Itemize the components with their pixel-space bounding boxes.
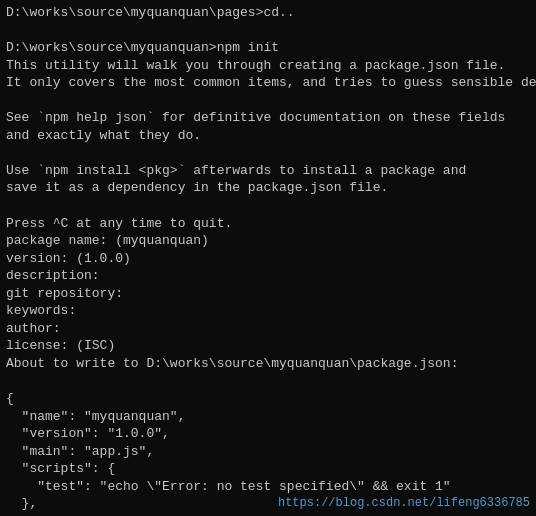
terminal-line: version: (1.0.0): [6, 250, 530, 268]
terminal-line: git repository:: [6, 285, 530, 303]
terminal-line: Press ^C at any time to quit.: [6, 215, 530, 233]
terminal-line: "scripts": {: [6, 460, 530, 478]
terminal-line: [6, 197, 530, 215]
terminal-line: D:\works\source\myquanquan>npm init: [6, 39, 530, 57]
terminal-line: [6, 144, 530, 162]
terminal-line: "test": "echo \"Error: no test specified…: [6, 478, 530, 496]
terminal-line: [6, 92, 530, 110]
terminal-window: D:\works\source\myquanquan\pages>cd.. D:…: [0, 0, 536, 516]
terminal-line: "name": "myquanquan",: [6, 408, 530, 426]
terminal-line: D:\works\source\myquanquan\pages>cd..: [6, 4, 530, 22]
terminal-line: "main": "app.js",: [6, 443, 530, 461]
terminal-line: save it as a dependency in the package.j…: [6, 179, 530, 197]
terminal-line: Use `npm install <pkg>` afterwards to in…: [6, 162, 530, 180]
terminal-output: D:\works\source\myquanquan\pages>cd.. D:…: [6, 4, 530, 516]
terminal-line: {: [6, 390, 530, 408]
terminal-line: author:: [6, 320, 530, 338]
terminal-line: About to write to D:\works\source\myquan…: [6, 355, 530, 373]
terminal-line: This utility will walk you through creat…: [6, 57, 530, 75]
terminal-line: keywords:: [6, 302, 530, 320]
terminal-line: description:: [6, 267, 530, 285]
terminal-line: and exactly what they do.: [6, 127, 530, 145]
watermark: https://blog.csdn.net/lifeng6336785: [278, 496, 530, 510]
terminal-line: It only covers the most common items, an…: [6, 74, 530, 92]
terminal-line: "version": "1.0.0",: [6, 425, 530, 443]
terminal-line: package name: (myquanquan): [6, 232, 530, 250]
terminal-line: [6, 372, 530, 390]
terminal-line: See `npm help json` for definitive docum…: [6, 109, 530, 127]
terminal-line: license: (ISC): [6, 337, 530, 355]
terminal-line: [6, 22, 530, 40]
